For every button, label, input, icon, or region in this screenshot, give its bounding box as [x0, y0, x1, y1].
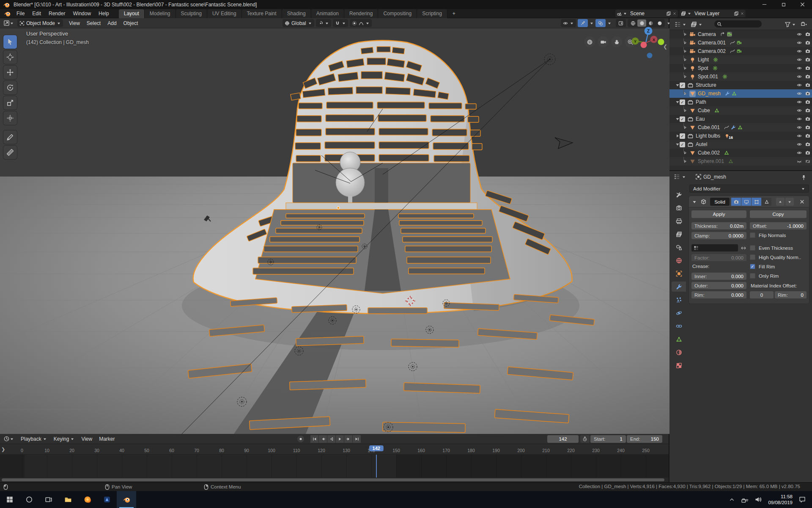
- visibility-eye-icon[interactable]: [797, 57, 802, 62]
- visibility-eye-icon[interactable]: [797, 116, 802, 121]
- tr-nextkey-button[interactable]: [344, 435, 352, 443]
- prop-data-tab[interactable]: [672, 334, 686, 344]
- volume-icon[interactable]: [754, 496, 762, 503]
- apply-button[interactable]: Apply: [691, 210, 746, 218]
- clamp-field[interactable]: Clamp:0.0000: [691, 232, 746, 239]
- viewport-canvas[interactable]: [0, 28, 669, 434]
- render-visibility-icon[interactable]: [805, 91, 810, 96]
- tr-first-button[interactable]: [310, 435, 318, 443]
- render-visibility-icon[interactable]: [805, 99, 810, 105]
- nav-cam-button[interactable]: [598, 36, 609, 47]
- viewport-menu-object[interactable]: Object: [120, 19, 142, 27]
- outliner-row-spot-001[interactable]: Spot.001: [669, 72, 812, 81]
- viewport-menu-select[interactable]: Select: [83, 19, 104, 27]
- crease-inner-field[interactable]: Inner:0.000: [691, 273, 746, 280]
- realtime-toggle[interactable]: [741, 198, 751, 206]
- render-toggle[interactable]: [731, 198, 741, 206]
- material-offset-rim-field[interactable]: Rim:0: [775, 291, 807, 298]
- tool-annotate-button[interactable]: [3, 130, 17, 144]
- tab-compositing[interactable]: Compositing: [378, 9, 417, 18]
- region-expand-arrow[interactable]: ❯: [1, 447, 5, 452]
- factor-field[interactable]: Factor:0.000: [691, 254, 746, 261]
- visibility-eye-icon[interactable]: [797, 150, 802, 155]
- flip-normals-checkbox[interactable]: ✓: [750, 232, 755, 238]
- offset-field[interactable]: Offset:-1.0000: [750, 222, 807, 229]
- prop-texture-tab[interactable]: [672, 360, 686, 370]
- tb-app-button[interactable]: [97, 491, 117, 508]
- collection-checkbox[interactable]: ✓: [680, 133, 685, 139]
- menu-help[interactable]: Help: [95, 10, 113, 17]
- copy-button[interactable]: Copy: [750, 210, 807, 218]
- outliner-row-autel[interactable]: ✓Autel: [669, 140, 812, 149]
- collection-checkbox[interactable]: ✓: [680, 83, 685, 88]
- render-visibility-icon[interactable]: [805, 49, 810, 54]
- render-visibility-icon[interactable]: [805, 116, 810, 121]
- network-icon[interactable]: [741, 496, 749, 503]
- tb-blender-button[interactable]: [117, 491, 136, 508]
- tr-last-button[interactable]: [353, 435, 361, 443]
- timeline-scrollbar[interactable]: [2, 478, 664, 481]
- outliner-row-camera-001[interactable]: Camera.001: [669, 39, 812, 47]
- prop-particles-tab[interactable]: [672, 295, 686, 305]
- editmode-toggle[interactable]: [752, 198, 761, 206]
- viewport-menu-view[interactable]: View: [66, 19, 83, 27]
- render-visibility-icon[interactable]: [805, 142, 810, 147]
- fill-rim-checkbox[interactable]: ✓: [750, 264, 755, 269]
- outliner-row-cube-002[interactable]: Cube.002: [669, 149, 812, 157]
- tab-texture-paint[interactable]: Texture Paint: [242, 9, 282, 18]
- tab-animation[interactable]: Animation: [311, 9, 344, 18]
- add-modifier-dropdown[interactable]: Add Modifier: [689, 185, 809, 193]
- move-down-button[interactable]: [785, 198, 794, 206]
- menu-window[interactable]: Window: [69, 10, 95, 17]
- even-thickness-row[interactable]: ✓ Even Thickness: [750, 245, 793, 251]
- outliner-row-path[interactable]: ✓Path: [669, 98, 812, 106]
- cage-toggle[interactable]: [762, 198, 771, 206]
- menu-render[interactable]: Render: [45, 10, 69, 17]
- transform-orientation[interactable]: Global: [283, 19, 372, 27]
- render-visibility-icon[interactable]: [805, 32, 810, 37]
- scene-selector[interactable]: Scene: [615, 10, 678, 17]
- render-visibility-icon[interactable]: [805, 159, 810, 164]
- frame-end-field[interactable]: End:150: [627, 435, 662, 443]
- even-thickness-checkbox[interactable]: ✓: [750, 245, 755, 251]
- minimize-button[interactable]: [755, 0, 774, 9]
- outliner-row-light[interactable]: Light: [669, 55, 812, 64]
- render-visibility-icon[interactable]: [805, 150, 810, 155]
- render-visibility-icon[interactable]: [805, 83, 810, 88]
- maximize-button[interactable]: [774, 0, 793, 9]
- tb-start-button[interactable]: [0, 491, 19, 508]
- delete-modifier-icon[interactable]: [799, 199, 805, 205]
- fill-rim-row[interactable]: ✓ Fill Rim: [750, 264, 775, 269]
- tb-search-button[interactable]: [19, 491, 39, 508]
- proportional-editing[interactable]: [350, 19, 372, 27]
- region-collapse-arrow[interactable]: ❮: [663, 44, 667, 50]
- prop-tool-tab[interactable]: [672, 190, 686, 200]
- tool-move-button[interactable]: [3, 66, 17, 79]
- render-visibility-icon[interactable]: [805, 40, 810, 45]
- mode-dropdown[interactable]: Object Mode: [17, 19, 63, 27]
- tab-scripting[interactable]: Scripting: [417, 9, 447, 18]
- close-button[interactable]: [793, 0, 812, 9]
- prop-output-tab[interactable]: [672, 216, 686, 226]
- prop-constraints-tab[interactable]: [672, 321, 686, 331]
- close-icon[interactable]: [672, 11, 677, 16]
- tb-taskview-button[interactable]: [39, 491, 58, 508]
- playhead-line[interactable]: [376, 455, 377, 478]
- view-layer-selector[interactable]: View Layer: [680, 10, 746, 17]
- tab-sculpting[interactable]: Sculpting: [176, 9, 207, 18]
- flip-normals-row[interactable]: ✓ Flip Normals: [750, 232, 786, 238]
- invert-vgroup-button[interactable]: [740, 244, 747, 251]
- render-visibility-icon[interactable]: [805, 108, 810, 113]
- vertex-group-field[interactable]: [691, 244, 738, 251]
- visibility-eye-icon[interactable]: [797, 74, 802, 79]
- clock[interactable]: 11:58 09/08/2019: [768, 494, 793, 505]
- render-visibility-icon[interactable]: [805, 74, 810, 79]
- prop-scene-tab[interactable]: [672, 242, 686, 252]
- search-input[interactable]: [714, 20, 762, 28]
- outliner-row-cube[interactable]: Cube: [669, 106, 812, 115]
- high-quality-normals-checkbox[interactable]: ✓: [750, 254, 755, 260]
- modifier-name-field[interactable]: Solid: [710, 198, 730, 206]
- outliner-row-structure[interactable]: ✓Structure: [669, 81, 812, 89]
- only-rim-checkbox[interactable]: ✓: [750, 273, 755, 279]
- nav-orbit-button[interactable]: [584, 36, 595, 47]
